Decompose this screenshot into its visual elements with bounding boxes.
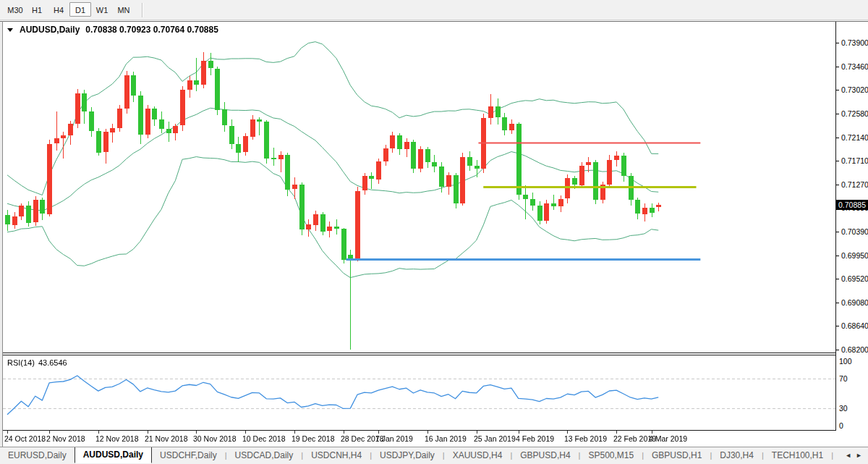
tab-eurusd-daily[interactable]: EURUSD,Daily: [0, 447, 75, 463]
date-axis-tick: [567, 431, 568, 434]
tab-gbpusd-h4[interactable]: GBPUSD,H4: [512, 447, 578, 463]
rsi-pane-bottom-border: [3, 430, 836, 431]
price-axis-tick: [836, 161, 839, 161]
chart-title-ohlc: 0.70838 0.70923 0.70764 0.70885: [85, 25, 218, 35]
chart-title-symbol: AUDUSD,Daily: [20, 25, 80, 35]
price-axis-tick: [836, 138, 839, 138]
date-axis-tick: [652, 431, 652, 434]
price-axis-label: 0.71710: [841, 156, 868, 165]
timeframe-button-h1[interactable]: H1: [26, 3, 48, 17]
price-axis-label: 0.68200: [841, 345, 868, 354]
date-axis-label: 30 Nov 2018: [193, 434, 237, 443]
timeframe-button-w1[interactable]: W1: [91, 3, 113, 17]
chart-dropdown-caret-icon[interactable]: [7, 28, 13, 32]
date-axis-label: 19 Dec 2018: [292, 434, 335, 443]
price-axis-label: 0.69080: [841, 298, 868, 307]
tab-scroll-controls: ◄►: [839, 447, 868, 464]
timeframe-toolbar: M30H1H4D1W1MN: [0, 0, 868, 20]
rsi-axis-label: 0: [839, 421, 843, 430]
date-axis-label: 4 Feb 2019: [516, 434, 554, 443]
price-axis-label: 0.69950: [841, 251, 868, 260]
date-axis-label: 10 Dec 2018: [242, 434, 286, 443]
date-axis-tick: [519, 431, 519, 434]
tab-scroll-left-icon[interactable]: ◄: [845, 447, 851, 464]
date-axis-label: 16 Jan 2019: [425, 434, 467, 443]
price-axis-label: 0.70390: [841, 227, 868, 236]
rsi-value: 43.6546: [38, 358, 67, 367]
date-axis-tick: [7, 431, 8, 434]
price-axis-tick: [836, 67, 839, 67]
tab-usdcad-daily[interactable]: USDCAD,Daily: [227, 447, 302, 463]
price-axis-tick: [836, 350, 839, 350]
price-axis-tick: [836, 185, 839, 185]
current-price-badge: 0.70885: [836, 200, 868, 210]
date-axis-label: 4 Mar 2019: [649, 434, 687, 443]
price-axis-tick: [836, 114, 839, 114]
tab-gbpusd-h1[interactable]: GBPUSD,H1: [644, 447, 710, 463]
date-axis-label: 25 Jan 2019: [474, 434, 516, 443]
price-axis-tick: [836, 232, 839, 232]
timeframe-button-m30[interactable]: M30: [4, 3, 26, 17]
rsi-pane-canvas[interactable]: [3, 355, 835, 430]
date-axis-label: 2 Nov 2018: [46, 434, 85, 443]
rsi-axis-label: 70: [839, 374, 848, 383]
price-axis-label: 0.72580: [841, 109, 868, 118]
price-axis-tick: [836, 279, 839, 279]
price-axis-tick: [836, 303, 839, 303]
symbol-tab-bar: EURUSD,DailyAUDUSD,DailyUSDCHF,Daily|USD…: [0, 447, 868, 464]
price-axis-label: 0.72140: [841, 133, 868, 142]
date-axis-tick: [49, 431, 50, 434]
tab-scroll-right-icon[interactable]: ►: [856, 447, 862, 464]
date-axis-tick: [196, 431, 197, 434]
date-axis-tick: [477, 431, 477, 434]
tab-usdchf-daily[interactable]: USDCHF,Daily: [152, 447, 225, 463]
rsi-name: RSI(14): [7, 358, 35, 367]
price-axis-label: 0.69520: [841, 274, 868, 283]
date-axis-label: 13 Feb 2019: [564, 434, 607, 443]
price-axis-label: 0.73900: [841, 38, 868, 47]
tab-tech100-h1[interactable]: TECH100,H1: [764, 447, 831, 463]
timeframe-button-mn[interactable]: MN: [113, 3, 135, 17]
price-axis-tick: [836, 90, 839, 90]
toolbar-separator: [142, 3, 143, 17]
rsi-indicator-label: RSI(14)43.6546: [7, 358, 71, 367]
price-axis-label: 0.71270: [841, 180, 868, 189]
chart-window-top-border: [0, 21, 868, 22]
price-axis-label: 0.68640: [841, 321, 868, 330]
date-axis-tick: [148, 431, 148, 434]
tab-dj30-h4[interactable]: DJ30,H4: [712, 447, 762, 463]
tab-xauusd-h4[interactable]: XAUUSD,H4: [445, 447, 511, 463]
price-axis-tick: [836, 43, 839, 43]
price-pane-canvas[interactable]: [3, 22, 835, 353]
trading-terminal-window: M30H1H4D1W1MN AUDUSD,Daily0.70838 0.7092…: [0, 0, 868, 464]
tab-sp500-m15[interactable]: SP500,M15: [580, 447, 642, 463]
date-axis-tick: [245, 431, 246, 434]
rsi-pane-top-border[interactable]: [3, 355, 836, 355]
price-axis-border: [835, 22, 836, 430]
price-axis-tick: [836, 256, 839, 256]
date-axis-label: 24 Oct 2018: [4, 434, 46, 443]
rsi-axis-label: 30: [839, 404, 848, 413]
date-axis-tick: [616, 431, 617, 434]
date-axis-label: 21 Nov 2018: [145, 434, 188, 443]
date-axis-tick: [344, 431, 344, 434]
price-pane-bottom-border[interactable]: [3, 353, 836, 353]
date-axis-label: 7 Jan 2019: [375, 434, 413, 443]
date-axis-tick: [98, 431, 99, 434]
timeframe-button-h4[interactable]: H4: [48, 3, 69, 17]
price-axis-label: 0.73460: [841, 62, 868, 71]
date-axis-tick: [294, 431, 295, 434]
rsi-axis-label: 100: [839, 357, 852, 366]
tab-audusd-daily[interactable]: AUDUSD,Daily: [75, 447, 152, 463]
price-axis-tick: [836, 326, 839, 326]
chart-title: AUDUSD,Daily0.70838 0.70923 0.70764 0.70…: [7, 25, 218, 35]
date-axis-tick: [427, 431, 428, 434]
date-axis-tick: [378, 431, 379, 434]
date-axis-label: 12 Nov 2018: [95, 434, 139, 443]
timeframe-button-d1[interactable]: D1: [69, 2, 91, 17]
tab-usdjpy-daily[interactable]: USDJPY,Daily: [372, 447, 443, 463]
price-axis-label: 0.73020: [841, 85, 868, 94]
tab-usdcnh-h4[interactable]: USDCNH,H4: [303, 447, 370, 463]
